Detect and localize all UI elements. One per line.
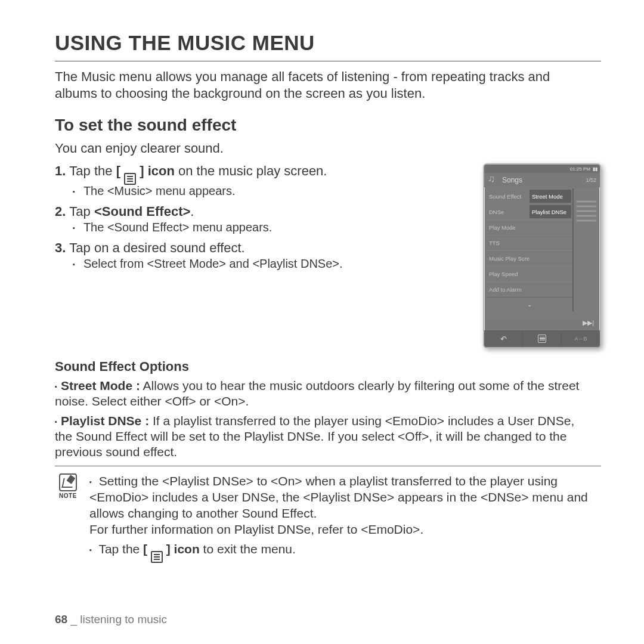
ab-repeat-button[interactable]: A↔B: [562, 330, 600, 347]
device-menu-row[interactable]: TTS: [487, 235, 572, 250]
option-name: Street Mode :: [61, 379, 140, 392]
page-footer: 68 _ listening to music: [55, 613, 167, 626]
bracket-close: ]: [136, 163, 144, 178]
divider: [55, 466, 601, 466]
option-item: Playlist DNSe : If a playlist transferre…: [55, 413, 586, 460]
section-desc: You can enjoy clearer sound.: [55, 141, 601, 156]
next-icon[interactable]: ▶▶|: [583, 319, 594, 327]
note-text-post: to exit the menu.: [200, 542, 296, 556]
device-play-controls: ▶▶|: [487, 316, 597, 329]
row-value: Street Mode: [530, 190, 571, 203]
step-text-pre: Tap the: [69, 163, 116, 178]
step-text-pre: Tap: [69, 204, 94, 219]
step-sub: The <Sound Effect> menu appears.: [73, 221, 472, 234]
note-text: For further information on Playlist DNSe…: [89, 522, 423, 536]
page-number: 68: [55, 613, 67, 626]
step-text: Tap <Sound Effect>.: [69, 204, 194, 219]
intro-text: The Music menu allows you manage all fac…: [55, 69, 580, 101]
device-track-count: 1/52: [586, 177, 596, 183]
page-title: USING THE MUSIC MENU: [55, 31, 601, 61]
step-sub: The <Music> menu appears.: [73, 184, 472, 198]
step-text: Tap the [ ] icon on the music play scree…: [69, 163, 327, 183]
bracket-open: [: [116, 163, 124, 178]
device-screen-title: Songs: [502, 176, 522, 184]
step-1: 1. Tap the [ ] icon on the music play sc…: [55, 163, 472, 198]
option-name: Playlist DNSe :: [61, 414, 149, 428]
step-text-post: .: [190, 204, 194, 219]
sub-text: Select from <Street Mode> and <Playlist …: [83, 257, 343, 271]
device-screenshot: 01:25 PM ▮▮ Songs 1/52 Sound EffectStree…: [483, 163, 601, 348]
chevron-down-icon: ⌄: [527, 301, 532, 308]
device-menu-row[interactable]: Play Speed: [487, 266, 572, 281]
device-scroll-down[interactable]: ⌄: [487, 297, 572, 311]
step-text-post: on the music play screen.: [175, 163, 327, 178]
step-number: 1.: [55, 163, 66, 179]
note-item: Setting the <Playlist DNSe> to <On> when…: [89, 473, 592, 538]
step-number: 3.: [55, 240, 66, 256]
ab-label: A↔B: [574, 336, 587, 342]
step-bold: icon: [144, 163, 175, 178]
row-label: Play Mode: [487, 224, 530, 231]
section-title: To set the sound effect: [55, 116, 601, 135]
note-item: Tap the [ ] icon to exit the menu.: [89, 541, 592, 561]
option-item: Street Mode : Allows you to hear the mus…: [55, 378, 586, 410]
battery-icon: ▮▮: [593, 166, 597, 172]
row-label: Sound Effect: [487, 193, 530, 200]
device-menu-row[interactable]: Play Mode: [487, 219, 572, 235]
note-list: Setting the <Playlist DNSe> to <On> when…: [89, 473, 592, 565]
step-bold: <Sound Effect>: [94, 204, 190, 219]
row-label: Play Speed: [487, 271, 530, 277]
device-status-bar: 01:25 PM ▮▮: [484, 165, 600, 173]
note-text-pre: Tap the: [98, 542, 143, 556]
device-bottom-nav: ↶ A↔B: [484, 330, 600, 347]
music-icon: [488, 175, 499, 185]
device-menu-row[interactable]: Sound EffectStreet Mode: [487, 188, 572, 204]
back-icon: ↶: [500, 335, 507, 343]
sub-text: The <Music> menu appears.: [83, 184, 236, 198]
step-text: Tap on a desired sound effect.: [69, 240, 244, 256]
device-menu-popup: Sound EffectStreet Mode DNSePlaylist DNS…: [487, 188, 574, 311]
menu-icon: [538, 335, 546, 343]
note-bold: icon: [171, 542, 200, 556]
note-text: Setting the <Playlist DNSe> to <On> when…: [89, 474, 588, 520]
note-label: NOTE: [59, 493, 77, 499]
back-button[interactable]: ↶: [484, 330, 523, 347]
device-menu-row[interactable]: DNSePlaylist DNSe: [487, 204, 572, 219]
row-value: Playlist DNSe: [530, 205, 571, 218]
steps-list: 1. Tap the [ ] icon on the music play sc…: [55, 163, 472, 277]
step-2: 2. Tap <Sound Effect>. The <Sound Effect…: [55, 204, 472, 234]
device-menu-row[interactable]: Add to Alarm: [487, 281, 572, 297]
device-title-bar: Songs 1/52: [484, 173, 600, 187]
footer-text: _ listening to music: [67, 613, 167, 626]
menu-icon: [124, 173, 136, 185]
menu-icon: [151, 551, 163, 563]
row-label: Music Play Screen: [487, 255, 530, 262]
options-list: Street Mode : Allows you to hear the mus…: [55, 378, 586, 460]
device-menu-row[interactable]: Music Play Screen: [487, 250, 572, 266]
step-text-pre: Tap on a desired sound effect.: [69, 240, 244, 255]
note-icon: [59, 473, 77, 491]
step-sub: Select from <Street Mode> and <Playlist …: [73, 257, 472, 271]
sub-text: The <Sound Effect> menu appears.: [83, 221, 273, 234]
device-clock: 01:25 PM: [570, 166, 590, 172]
options-title: Sound Effect Options: [55, 359, 601, 374]
device-bg-decor: [576, 200, 596, 222]
note-badge: NOTE: [55, 473, 81, 499]
step-3: 3. Tap on a desired sound effect. Select…: [55, 240, 472, 271]
step-number: 2.: [55, 204, 66, 219]
menu-button[interactable]: [523, 330, 562, 347]
row-label: TTS: [487, 240, 530, 246]
row-label: DNSe: [487, 209, 530, 215]
row-label: Add to Alarm: [487, 286, 530, 293]
